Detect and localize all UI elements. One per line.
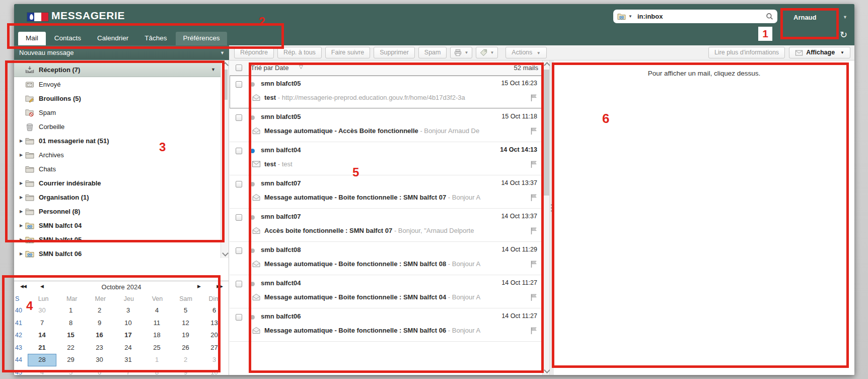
- sidebar-folder-item[interactable]: ▶ SMN balfct 05: [14, 232, 221, 246]
- calendar-day[interactable]: 25: [142, 342, 171, 354]
- sidebar-folder-item[interactable]: ▶ Archives: [14, 148, 221, 162]
- message-checkbox[interactable]: [236, 148, 242, 154]
- calendar-day[interactable]: 6: [85, 366, 114, 375]
- message-checkbox[interactable]: [236, 114, 242, 121]
- calendar-day[interactable]: 6: [200, 304, 229, 317]
- sidebar-folder-item[interactable]: Chats: [14, 162, 221, 176]
- calendar-day[interactable]: 17: [114, 329, 142, 342]
- folder-dropdown-icon[interactable]: ▼: [211, 67, 215, 72]
- calendar-day[interactable]: 2: [85, 304, 114, 317]
- calendar-day[interactable]: 3: [200, 354, 229, 366]
- message-list-scrollbar[interactable]: [542, 60, 550, 375]
- scroll-up-icon[interactable]: [544, 62, 550, 69]
- flag-icon[interactable]: [530, 160, 537, 168]
- calendar-day[interactable]: 31: [114, 354, 142, 366]
- new-message-button[interactable]: Nouveau message ▼: [14, 45, 229, 60]
- sidebar-folder-item[interactable]: Brouillons (5): [14, 91, 221, 105]
- sidebar-folder-item[interactable]: ▶ Courrier indésirable: [14, 176, 221, 190]
- flag-icon[interactable]: [530, 94, 537, 102]
- calendar-day[interactable]: 16: [85, 329, 114, 342]
- flag-icon[interactable]: [530, 127, 537, 135]
- message-checkbox[interactable]: [236, 214, 242, 221]
- message-row[interactable]: smn balfct07 14 Oct 13:37 Accès boite fo…: [230, 209, 542, 242]
- flag-icon[interactable]: [530, 260, 537, 268]
- refresh-icon[interactable]: ↻: [840, 30, 847, 39]
- expand-arrow-icon[interactable]: ▶: [17, 139, 25, 143]
- message-row[interactable]: smn blafct05 15 Oct 11:18 Message automa…: [230, 109, 542, 142]
- main-tab[interactable]: Contacts: [47, 32, 89, 45]
- calendar-day[interactable]: 9: [171, 366, 200, 375]
- sidebar-folder-item[interactable]: Spam: [14, 105, 221, 119]
- read-status-dot[interactable]: [250, 115, 255, 120]
- expand-arrow-icon[interactable]: ▶: [17, 195, 25, 200]
- message-row[interactable]: smn balfct04 14 Oct 14:13 test - test: [230, 142, 542, 175]
- calendar-day[interactable]: 4: [28, 366, 56, 375]
- search-bar[interactable]: ▼: [613, 10, 777, 23]
- scroll-up-icon[interactable]: [222, 62, 229, 69]
- flag-icon[interactable]: [530, 227, 537, 235]
- calendar-day[interactable]: 8: [56, 317, 85, 330]
- tag-button[interactable]: ▼: [476, 47, 498, 58]
- calendar-day[interactable]: 24: [114, 342, 142, 354]
- sidebar-folder-item[interactable]: ▶ Organisation (1): [14, 190, 221, 204]
- select-all-checkbox[interactable]: [236, 65, 242, 71]
- main-tab[interactable]: Tâches: [137, 32, 174, 45]
- calendar-day[interactable]: 3: [114, 304, 142, 317]
- calendar-day[interactable]: 5: [171, 304, 200, 317]
- sidebar-folder-item[interactable]: Corbeille: [14, 119, 221, 134]
- read-status-dot[interactable]: [250, 282, 255, 286]
- calendar-day[interactable]: 7: [114, 366, 142, 375]
- account-dropdown-icon[interactable]: ▼: [843, 15, 847, 20]
- tag-dropdown-icon[interactable]: ▼: [490, 47, 494, 58]
- message-row[interactable]: smn balfct07 14 Oct 13:37 Message automa…: [230, 175, 542, 209]
- print-dropdown-icon[interactable]: ▼: [464, 47, 468, 58]
- calendar-next-month-icon[interactable]: ▶: [197, 284, 200, 289]
- calendar-day[interactable]: 1: [56, 304, 85, 317]
- sidebar-folder-item[interactable]: Réception (7) ▼: [14, 62, 221, 77]
- scrollbar-thumb[interactable]: [544, 70, 549, 196]
- expand-arrow-icon[interactable]: ▶: [17, 153, 25, 157]
- calendar-day[interactable]: 27: [200, 342, 229, 354]
- calendar-day[interactable]: 20: [200, 329, 229, 342]
- flag-icon[interactable]: [530, 194, 537, 202]
- calendar-day[interactable]: 19: [171, 329, 200, 342]
- calendar-day[interactable]: 5: [56, 366, 85, 375]
- expand-arrow-icon[interactable]: ▶: [17, 181, 25, 185]
- sort-direction-icon[interactable]: ▽: [299, 64, 303, 70]
- calendar-day[interactable]: 2: [171, 354, 200, 366]
- calendar-day[interactable]: 28: [28, 354, 56, 366]
- expand-arrow-icon[interactable]: ▶: [17, 251, 25, 256]
- calendar-day[interactable]: 13: [200, 317, 229, 330]
- read-more-button[interactable]: Lire plus d'informations: [708, 47, 785, 58]
- new-message-dropdown-icon[interactable]: ▼: [220, 50, 225, 55]
- calendar-day[interactable]: 10: [114, 317, 142, 330]
- message-checkbox[interactable]: [236, 247, 242, 254]
- main-tab[interactable]: Calendrier: [90, 32, 136, 45]
- calendar-day[interactable]: 30: [28, 304, 56, 317]
- sort-label[interactable]: Trié par Date: [251, 64, 288, 72]
- message-checkbox[interactable]: [236, 181, 242, 187]
- expand-arrow-icon[interactable]: ▶: [17, 209, 25, 214]
- search-scope-dropdown-icon[interactable]: ▼: [628, 14, 632, 19]
- print-button[interactable]: ▼: [450, 47, 472, 58]
- expand-arrow-icon[interactable]: ▶: [17, 237, 25, 242]
- main-tab[interactable]: Mail: [18, 32, 46, 45]
- user-name[interactable]: Arnaud: [793, 14, 817, 21]
- actions-button[interactable]: Actions ▼: [505, 47, 546, 58]
- read-status-dot[interactable]: [250, 215, 255, 220]
- scroll-down-icon[interactable]: [544, 367, 550, 373]
- calendar-day[interactable]: 7: [28, 317, 56, 330]
- calendar-day[interactable]: 8: [142, 366, 171, 375]
- message-row[interactable]: smn balfct06 14 Oct 11:27 Message automa…: [230, 308, 542, 342]
- calendar-month-title[interactable]: Octobre 2024: [14, 283, 229, 291]
- calendar-day[interactable]: 4: [142, 304, 171, 317]
- calendar-day[interactable]: 14: [28, 329, 56, 342]
- sidebar-folder-item[interactable]: ▶ 01 messagerie nat (51): [14, 134, 221, 148]
- flag-icon[interactable]: [530, 293, 537, 301]
- flag-icon[interactable]: [530, 327, 537, 335]
- calendar-day[interactable]: 9: [85, 317, 114, 330]
- message-checkbox[interactable]: [236, 281, 242, 287]
- sidebar-folder-item[interactable]: Envoyé: [14, 77, 221, 91]
- calendar-day[interactable]: 11: [142, 317, 171, 330]
- calendar-day[interactable]: 22: [56, 342, 85, 354]
